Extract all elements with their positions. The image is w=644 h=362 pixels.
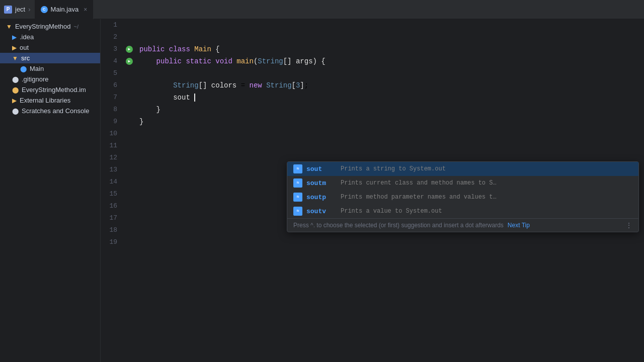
sidebar-item-main[interactable]: ⬤ Main bbox=[0, 63, 100, 74]
code-line-2: 2 bbox=[101, 31, 644, 43]
line-num-9: 9 bbox=[101, 116, 123, 128]
main-area: ▼ EveryStringMethod ~/ ▶ .idea ▶ out ▼ s… bbox=[0, 19, 644, 362]
autocomplete-desc-sout: Prints a string to System.out bbox=[341, 165, 446, 172]
autocomplete-footer: Press ^. to choose the selected (or firs… bbox=[287, 218, 638, 232]
tab-label: Main.java bbox=[51, 6, 79, 13]
project-path: ~/ bbox=[73, 24, 78, 30]
autocomplete-item-soutp[interactable]: ≈ soutp Prints method parameter names an… bbox=[287, 190, 638, 204]
project-name: ject bbox=[15, 6, 25, 13]
line-num-13: 13 bbox=[101, 164, 123, 176]
line-num-16: 16 bbox=[101, 200, 123, 212]
code-line-5: 5 bbox=[101, 67, 644, 79]
editor-area[interactable]: 1 2 3 ▶ public class Main { bbox=[101, 19, 644, 362]
code-line-8: 8 } bbox=[101, 104, 644, 116]
project-icon: P bbox=[4, 6, 12, 14]
autocomplete-item-soutm[interactable]: ≈ soutm Prints current class and method … bbox=[287, 176, 638, 190]
gitignore-icon: ⬤ bbox=[12, 76, 19, 83]
tab-bar: C Main.java × bbox=[31, 0, 94, 19]
line-num-4: 4 bbox=[101, 55, 123, 67]
sidebar-item-out[interactable]: ▶ out bbox=[0, 42, 100, 53]
line-num-14: 14 bbox=[101, 176, 123, 188]
autocomplete-icon-sout: ≈ bbox=[293, 164, 302, 173]
main-java-tab[interactable]: C Main.java × bbox=[35, 0, 94, 19]
next-tip-button[interactable]: Next Tip bbox=[508, 222, 530, 229]
java-file-icon: ⬤ bbox=[20, 65, 27, 72]
sidebar-label-out: out bbox=[20, 44, 29, 51]
tab-close-button[interactable]: × bbox=[84, 6, 87, 13]
autocomplete-icon-soutp: ≈ bbox=[293, 193, 302, 202]
autocomplete-icon-soutv: ≈ bbox=[293, 207, 302, 216]
scratches-icon: ⬤ bbox=[12, 108, 19, 115]
line-num-15: 15 bbox=[101, 188, 123, 200]
line-num-1: 1 bbox=[101, 19, 123, 31]
sidebar-label-idea: .idea bbox=[20, 33, 34, 41]
sidebar-item-project[interactable]: ▼ EveryStringMethod ~/ bbox=[0, 21, 100, 32]
autocomplete-item-soutv[interactable]: ≈ soutv Prints a value to System.out bbox=[287, 204, 638, 218]
sidebar-item-idea[interactable]: ▶ .idea bbox=[0, 32, 100, 42]
line-num-18: 18 bbox=[101, 224, 123, 236]
autocomplete-name-soutm: soutm bbox=[306, 179, 337, 187]
autocomplete-icon-soutm: ≈ bbox=[293, 178, 302, 188]
line-num-5: 5 bbox=[101, 67, 123, 79]
code-content-8: } bbox=[135, 104, 644, 116]
run-gutter-3[interactable]: ▶ bbox=[123, 46, 135, 53]
code-content-6: String[] colors = new String[3]; bbox=[135, 79, 644, 92]
autocomplete-item-sout[interactable]: ≈ sout Prints a string to System.out bbox=[287, 162, 638, 176]
autocomplete-name-soutv: soutv bbox=[306, 208, 337, 215]
out-folder-icon: ▶ bbox=[12, 44, 17, 51]
run-button-3[interactable]: ▶ bbox=[126, 46, 133, 53]
autocomplete-footer-text: Press ^. to choose the selected (or firs… bbox=[293, 222, 504, 229]
sidebar-label-scratches: Scratches and Console bbox=[22, 107, 89, 115]
src-folder-icon: ▼ bbox=[12, 55, 18, 62]
title-bar: P ject › C Main.java × bbox=[0, 0, 644, 19]
code-line-11: 11 bbox=[101, 140, 644, 152]
more-options-icon[interactable]: ⋮ bbox=[625, 221, 632, 229]
line-num-19: 19 bbox=[101, 236, 123, 248]
code-line-7: 7 sout bbox=[101, 92, 644, 104]
autocomplete-desc-soutp: Prints method parameter names and values… bbox=[341, 194, 497, 201]
autocomplete-desc-soutv: Prints a value to System.out bbox=[341, 208, 442, 215]
sidebar-label-iml: EveryStringMethod.im bbox=[22, 86, 86, 94]
sidebar-label-project: EveryStringMethod bbox=[15, 23, 71, 30]
sidebar: ▼ EveryStringMethod ~/ ▶ .idea ▶ out ▼ s… bbox=[0, 19, 101, 362]
line-num-8: 8 bbox=[101, 104, 123, 116]
sidebar-label-external: External Libraries bbox=[20, 97, 70, 104]
iml-icon: ⬤ bbox=[12, 86, 19, 94]
line-num-7: 7 bbox=[101, 92, 123, 104]
sidebar-label-src: src bbox=[21, 54, 30, 62]
sidebar-label-main: Main bbox=[30, 65, 44, 72]
line-num-10: 10 bbox=[101, 128, 123, 140]
code-content-7: sout bbox=[135, 92, 644, 104]
code-content-3: public class Main { bbox=[135, 43, 644, 55]
sidebar-item-gitignore[interactable]: ⬤ .gitignore bbox=[0, 74, 100, 84]
sidebar-item-external[interactable]: ▶ External Libraries bbox=[0, 95, 100, 106]
autocomplete-desc-soutm: Prints current class and method names to… bbox=[341, 179, 497, 187]
code-line-1: 1 bbox=[101, 19, 644, 31]
line-num-12: 12 bbox=[101, 152, 123, 164]
code-line-9: 9 } bbox=[101, 116, 644, 128]
code-content-4: public static void main(String[] args) { bbox=[135, 55, 644, 67]
sidebar-item-src[interactable]: ▼ src bbox=[0, 53, 100, 63]
code-line-19: 19 bbox=[101, 236, 644, 248]
autocomplete-name-sout: sout bbox=[306, 165, 337, 173]
java-tab-icon: C bbox=[41, 6, 48, 13]
run-gutter-4[interactable]: ▶ bbox=[123, 58, 135, 65]
line-num-17: 17 bbox=[101, 212, 123, 224]
code-line-3: 3 ▶ public class Main { bbox=[101, 43, 644, 55]
autocomplete-name-soutp: soutp bbox=[306, 194, 337, 201]
sidebar-item-scratches[interactable]: ⬤ Scratches and Console bbox=[0, 106, 100, 116]
line-num-11: 11 bbox=[101, 140, 123, 152]
code-line-10: 10 bbox=[101, 128, 644, 140]
line-num-2: 2 bbox=[101, 31, 123, 43]
autocomplete-popup[interactable]: ≈ sout Prints a string to System.out ≈ s… bbox=[287, 161, 639, 232]
run-button-4[interactable]: ▶ bbox=[126, 58, 133, 65]
external-icon: ▶ bbox=[12, 97, 17, 104]
project-label: P ject › bbox=[4, 6, 31, 14]
code-content-9: } bbox=[135, 116, 644, 128]
folder-icon: ▼ bbox=[6, 23, 12, 30]
code-line-6: 6 String[] colors = new String[3]; bbox=[101, 79, 644, 92]
sidebar-label-gitignore: .gitignore bbox=[22, 75, 48, 83]
line-num-3: 3 bbox=[101, 43, 123, 55]
sidebar-item-iml[interactable]: ⬤ EveryStringMethod.im bbox=[0, 84, 100, 95]
idea-icon: ▶ bbox=[12, 34, 17, 41]
